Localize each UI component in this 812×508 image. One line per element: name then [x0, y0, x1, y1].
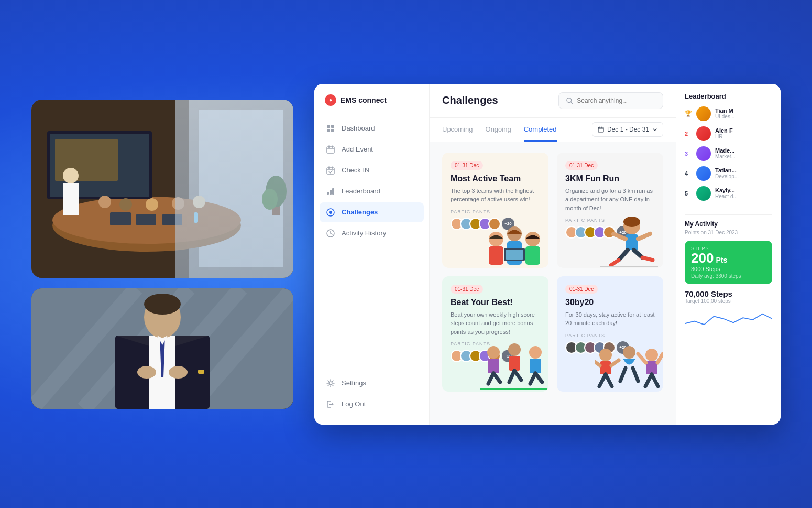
rank-1-name: Tian M — [715, 107, 734, 114]
svg-line-90 — [595, 360, 600, 365]
sidebar-item-settings[interactable]: Settings — [320, 373, 424, 393]
date-filter[interactable]: Dec 1 - Dec 31 — [592, 122, 663, 137]
svg-point-21 — [266, 176, 287, 207]
search-box[interactable] — [558, 92, 663, 109]
rank-1-number: 🏆 — [685, 110, 692, 117]
challenge-card-3km-fun-run[interactable]: 01-31 Dec 3KM Fun Run Organize and go fo… — [557, 153, 663, 268]
sidebar-item-dashboard[interactable]: Dashboard — [320, 118, 424, 138]
rank-1-dept: UI des... — [715, 114, 734, 120]
sidebar-item-activity-history[interactable]: Activity History — [320, 223, 424, 243]
rank-5-info: Kayly... React d... — [715, 187, 738, 199]
svg-rect-43 — [331, 129, 334, 132]
svg-point-71 — [623, 217, 640, 227]
rank-2-avatar — [696, 126, 711, 141]
svg-rect-62 — [506, 250, 523, 260]
steps-avg: Daily avg: 3300 steps — [691, 273, 766, 279]
exercise-illustration — [595, 334, 663, 392]
svg-rect-19 — [194, 212, 198, 223]
svg-rect-41 — [331, 125, 334, 128]
tab-upcoming[interactable]: Upcoming — [442, 118, 473, 142]
svg-line-84 — [535, 373, 542, 382]
challenge-card-beat-your-best[interactable]: 01-31 Dec Beat Your Best! Beat your own … — [442, 276, 548, 392]
sidebar-item-challenges[interactable]: Challenges — [320, 202, 424, 222]
leaderboard-title: Leaderboard — [685, 92, 772, 100]
sidebar-bottom: Settings Log Out — [314, 373, 429, 414]
rank-2-name: Alen F — [715, 127, 733, 134]
total-steps-num: 70,000 Steps — [685, 289, 772, 298]
bar-chart-icon — [326, 187, 335, 196]
tab-ongoing[interactable]: Ongoing — [486, 118, 511, 142]
svg-line-89 — [606, 374, 612, 386]
rank-3-number: 3 — [685, 150, 692, 157]
leaderboard-item-4: 4 Tatian... Develop... — [685, 166, 772, 181]
svg-point-86 — [599, 349, 612, 361]
svg-rect-54 — [598, 127, 603, 132]
steps-pts: Pts — [716, 256, 727, 264]
svg-line-99 — [638, 354, 646, 363]
challenge-card-most-active-team[interactable]: 01-31 Dec Most Active Team The top 3 tea… — [442, 153, 548, 268]
svg-rect-18 — [162, 214, 182, 225]
svg-rect-40 — [327, 125, 330, 128]
sidebar-item-check-in[interactable]: Check IN — [320, 160, 424, 180]
my-activity-date: Points on 31 Dec 2023 — [685, 230, 772, 235]
app-window: ● EMS connect Dashboard — [314, 84, 781, 425]
rank-1-avatar — [696, 106, 711, 121]
tab-completed[interactable]: Completed — [524, 118, 557, 142]
sidebar-item-logout[interactable]: Log Out — [320, 394, 424, 414]
svg-point-9 — [63, 168, 79, 183]
sidebar: ● EMS connect Dashboard — [314, 84, 430, 425]
svg-point-34 — [137, 366, 156, 379]
photos-column — [31, 100, 293, 409]
challenges-grid: 01-31 Dec Most Active Team The top 3 tea… — [442, 153, 663, 392]
svg-line-91 — [611, 360, 619, 365]
leaderboard-item-3: 3 Made... Market... — [685, 146, 772, 161]
challenge-1-title: Most Active Team — [451, 174, 540, 183]
svg-line-80 — [514, 371, 521, 380]
svg-rect-46 — [327, 192, 329, 195]
chevron-down-icon — [652, 127, 657, 132]
meeting-room-illustration — [31, 100, 293, 278]
main-content: Challenges Upcoming Ongoing Completed — [430, 84, 676, 425]
rank-3-dept: Market... — [715, 154, 736, 159]
business-man-photo-card — [31, 288, 293, 409]
runner-illustration — [595, 210, 663, 268]
svg-point-35 — [169, 366, 188, 379]
search-input[interactable] — [577, 97, 655, 104]
challenge-card-30by20[interactable]: 01-31 Dec 30by20 For 30 days, stay activ… — [557, 276, 663, 392]
calendar-plus-icon — [326, 145, 335, 154]
svg-rect-42 — [327, 129, 330, 132]
leaderboard-list: 🏆 Tian M UI des... 2 Alen F HR — [685, 106, 772, 201]
svg-rect-47 — [330, 190, 332, 195]
steps-card: STEPS 200 Pts 3000 Steps Daily avg: 3300… — [685, 241, 772, 284]
svg-rect-64 — [626, 234, 638, 250]
svg-point-14 — [172, 197, 184, 210]
rank-4-name: Tatian... — [715, 167, 739, 174]
right-panel: Leaderboard 🏆 Tian M UI des... 2 Al — [676, 84, 781, 425]
svg-line-94 — [633, 368, 638, 381]
meeting-photo-card — [31, 100, 293, 278]
challenge-3-desc: Beat your own weekly high score steps co… — [451, 310, 540, 337]
challenges-area: 01-31 Dec Most Active Team The top 3 tea… — [430, 142, 676, 425]
challenge-2-title: 3KM Fun Run — [565, 174, 655, 183]
svg-line-70 — [642, 257, 653, 260]
leaderboard-item-1: 🏆 Tian M UI des... — [685, 106, 772, 121]
activity-sparkline — [685, 308, 772, 329]
sidebar-item-add-event[interactable]: Add Event — [320, 139, 424, 159]
calendar-filter-icon — [598, 126, 604, 133]
logo-icon: ● — [325, 94, 336, 106]
clock-icon — [326, 229, 335, 238]
rank-4-info: Tatian... Develop... — [715, 167, 739, 179]
challenge-4-desc: For 30 days, stay active for at least 20… — [565, 310, 655, 328]
challenge-1-desc: The top 3 teams with the highest percent… — [451, 187, 540, 204]
sidebar-item-leaderboard[interactable]: Leaderboard — [320, 181, 424, 201]
sidebar-nav: Dashboard Add Event — [314, 118, 429, 373]
svg-rect-60 — [525, 246, 540, 265]
tabs-row: Upcoming Ongoing Completed Dec 1 - Dec 3… — [430, 118, 676, 142]
svg-point-52 — [329, 382, 332, 385]
svg-rect-82 — [530, 359, 541, 373]
challenge-4-title: 30by20 — [565, 298, 655, 307]
svg-rect-48 — [332, 188, 334, 195]
svg-point-37 — [144, 294, 181, 315]
walkers-illustration — [480, 334, 548, 392]
rank-5-avatar — [696, 186, 711, 201]
